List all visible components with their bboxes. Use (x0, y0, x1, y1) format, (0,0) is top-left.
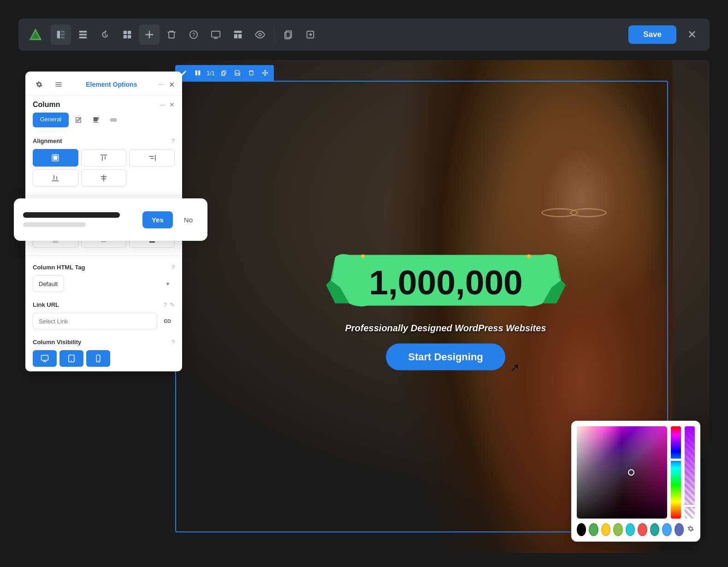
link-url-row (33, 313, 175, 329)
export-page-icon[interactable] (300, 24, 320, 45)
save-button[interactable]: Save (628, 25, 676, 44)
swatch-teal[interactable] (650, 523, 659, 536)
layers-icon[interactable] (73, 24, 93, 45)
svg-rect-25 (221, 72, 225, 76)
save-frame-icon[interactable] (232, 68, 243, 78)
panel-header: Element Options ··· ✕ (25, 72, 182, 96)
color-spectrum[interactable] (577, 426, 667, 519)
svg-rect-2 (57, 31, 60, 39)
visibility-buttons (33, 350, 175, 367)
tab-advanced[interactable] (88, 113, 104, 127)
column-visibility-help-icon[interactable]: ? (172, 339, 175, 346)
color-swatches (577, 523, 695, 536)
swatch-black[interactable] (577, 523, 586, 536)
delete-frame-icon[interactable] (246, 68, 256, 78)
alpha-slider (684, 505, 696, 507)
align-bottom-btn[interactable] (33, 169, 78, 187)
align-stretch-btn[interactable] (33, 149, 78, 167)
color-alpha-bar[interactable] (685, 426, 695, 519)
svg-rect-15 (212, 31, 220, 37)
history-icon[interactable] (95, 24, 115, 45)
link-input-wrapper (33, 313, 157, 329)
tab-style[interactable] (71, 113, 86, 127)
link-url-input[interactable] (33, 313, 157, 329)
move-frame-icon[interactable] (260, 68, 270, 78)
duplicate-frame-icon[interactable] (219, 68, 229, 78)
panel-element-name: Column (33, 101, 60, 109)
svg-rect-10 (128, 31, 131, 34)
column-html-tag-help-icon[interactable]: ? (172, 264, 175, 271)
panel-element-close[interactable]: ✕ (169, 101, 175, 108)
banner-subtitle: Professionally Designed WordPress Websit… (326, 322, 566, 333)
frame-count-label: 1/1 (207, 70, 215, 77)
layout-icon[interactable] (228, 24, 248, 45)
templates-icon[interactable] (117, 24, 137, 45)
panel-more-icon[interactable]: ··· (158, 80, 164, 89)
link-url-label: Link URL (33, 301, 59, 308)
confirm-yes-button[interactable]: Yes (142, 211, 173, 228)
panel-close-icon[interactable]: ✕ (169, 80, 175, 89)
link-url-section: Link URL ? ✎ (25, 297, 182, 334)
swatch-green[interactable] (589, 523, 598, 536)
align-right-btn[interactable] (129, 149, 175, 167)
confirm-dialog: Yes No (14, 198, 207, 241)
color-settings-icon[interactable] (687, 525, 695, 535)
swatch-lime[interactable] (613, 523, 622, 536)
swatch-red[interactable] (638, 523, 647, 536)
preview-icon[interactable] (250, 24, 270, 45)
svg-rect-3 (61, 31, 65, 33)
sidebar-toggle-icon[interactable] (51, 24, 71, 45)
copy-page-icon[interactable] (278, 24, 298, 45)
visibility-desktop-btn[interactable] (33, 350, 57, 367)
visibility-mobile-btn[interactable] (86, 350, 110, 367)
panel-list-icon[interactable] (52, 78, 65, 91)
banner-content: 1,000,000 Professionally Designed WordPr… (326, 243, 566, 370)
color-picker-cursor (628, 469, 634, 476)
swatch-yellow[interactable] (601, 523, 610, 536)
svg-text:1,000,000: 1,000,000 (369, 263, 523, 301)
link-url-help-icon[interactable]: ? (164, 301, 167, 308)
swatch-indigo[interactable] (675, 523, 684, 536)
cursor-icon: ↗ (510, 361, 519, 374)
svg-rect-5 (61, 37, 65, 39)
panel-settings-icon[interactable] (33, 78, 46, 91)
swatch-blue[interactable] (662, 523, 671, 536)
align-center-btn[interactable] (81, 169, 127, 187)
panel-element-dots[interactable]: ··· (160, 101, 166, 108)
alignment-help-icon[interactable]: ? (172, 137, 175, 144)
svg-rect-23 (195, 71, 197, 76)
color-picker-main (577, 426, 695, 519)
column-html-tag-section: Column HTML Tag ? Default ▾ (25, 259, 182, 297)
link-url-chain-icon[interactable] (160, 314, 175, 328)
color-hue-bar[interactable] (671, 426, 681, 519)
visibility-tablet-btn[interactable] (59, 350, 83, 367)
confirm-no-button[interactable]: No (178, 211, 198, 228)
svg-rect-39 (149, 241, 155, 243)
link-url-edit-icon[interactable]: ✎ (170, 301, 175, 308)
swatch-cyan[interactable] (626, 523, 635, 536)
svg-text:?: ? (192, 32, 195, 38)
tab-general[interactable]: General (33, 113, 69, 127)
svg-rect-12 (128, 35, 131, 38)
svg-point-19 (259, 33, 261, 36)
tab-link[interactable] (106, 113, 121, 127)
help-icon[interactable]: ? (183, 24, 204, 45)
confirm-text-area (23, 212, 137, 227)
add-icon[interactable] (139, 24, 160, 45)
close-button[interactable]: ✕ (682, 24, 702, 45)
svg-rect-35 (53, 242, 58, 243)
cta-button[interactable]: Start Designing (386, 343, 505, 370)
svg-rect-4 (61, 34, 65, 36)
column-html-tag-select[interactable]: Default (33, 275, 64, 292)
panel-element-title-row: Column ··· ✕ (25, 96, 182, 113)
responsive-icon[interactable] (206, 24, 226, 45)
align-top-btn[interactable] (81, 149, 127, 167)
delete-icon[interactable] (161, 24, 182, 45)
panel-element-menu: ··· ✕ (160, 101, 175, 108)
alignment-grid (33, 149, 175, 187)
svg-rect-17 (234, 34, 237, 38)
column-layout-icon[interactable] (193, 68, 203, 78)
svg-rect-6 (79, 31, 87, 33)
alignment-label: Alignment (33, 137, 62, 144)
svg-rect-24 (198, 71, 200, 76)
